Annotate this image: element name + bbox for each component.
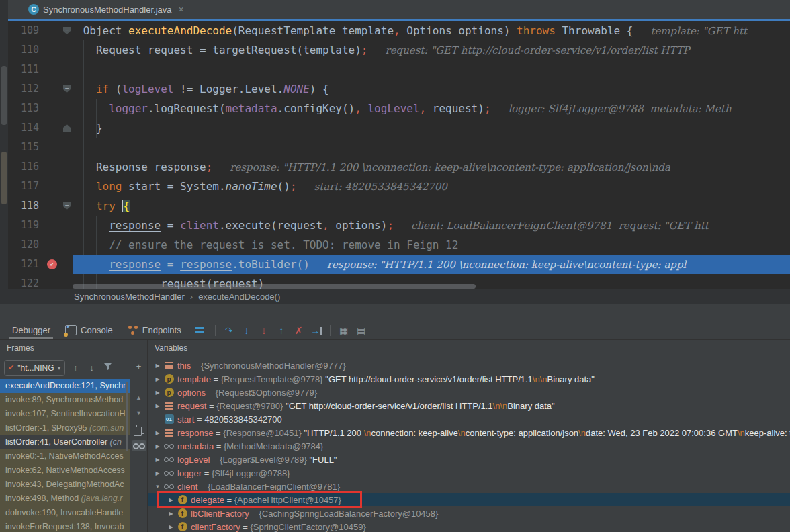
layout-settings-icon[interactable]: ▤ (353, 325, 369, 336)
variable-ref: {Logger$Level@9789} (220, 455, 309, 465)
step-over-icon[interactable]: ↷ (221, 325, 237, 336)
chevron-right-icon[interactable]: ▶ (152, 470, 163, 476)
frame-row[interactable]: invoke:89, SynchronousMethod (0, 393, 130, 407)
code-editor[interactable]: 109−Object executeAndDecode(RequestTempl… (8, 21, 790, 289)
gutter: 112− (8, 79, 73, 99)
next-frame-icon[interactable]: ↓ (87, 363, 97, 373)
file-tab[interactable]: C SynchronousMethodHandler.java × (21, 0, 191, 19)
frames-scrollbar[interactable] (126, 382, 128, 451)
drop-frame-icon[interactable]: ✗ (291, 325, 307, 336)
fold-icon[interactable]: − (63, 85, 71, 93)
chevron-down-icon[interactable]: ▼ (152, 484, 163, 490)
variable-ref: {RequestTemplate@9778} (221, 374, 326, 384)
frame-row[interactable]: listOrder:41, UserController (cn (0, 435, 130, 449)
code-line[interactable]: 121✔response = response.toBuilder()respo… (8, 255, 790, 274)
breadcrumb-method[interactable]: executeAndDecode() (198, 292, 280, 302)
run-to-cursor-icon[interactable]: → (308, 325, 324, 336)
code-line[interactable]: 110Request request = targetRequest(templ… (8, 40, 790, 60)
code-line[interactable]: 115 (8, 138, 790, 157)
frame-row[interactable]: invoke0:-1, NativeMethodAcces (0, 449, 130, 463)
tab-debugger[interactable]: Debugger (5, 321, 57, 339)
variable-row[interactable]: ▶logger = {Slf4jLogger@9788} (148, 466, 790, 480)
code-text: long start = System.nanoTime();start: 48… (73, 177, 790, 196)
frame-row[interactable]: executeAndDecode:121, Synchr (0, 379, 130, 393)
debugger-inline-hint: response: "HTTP/1.1 200 \nconnection: ke… (230, 161, 670, 173)
code-line[interactable]: 119response = client.execute(request, op… (8, 216, 790, 235)
gutter-icons (39, 177, 73, 196)
code-line[interactable]: 117long start = System.nanoTime();start:… (8, 177, 790, 196)
move-up-icon[interactable]: ▲ (132, 392, 146, 403)
gutter-icons (39, 138, 73, 157)
chevron-right-icon[interactable]: ▶ (152, 363, 163, 369)
chevron-right-icon[interactable]: ▶ (152, 376, 163, 382)
gutter: 118− (8, 196, 73, 216)
variable-row[interactable]: ▶fdelegate = {ApacheHttpClient@10457} (148, 493, 790, 506)
filter-icon[interactable] (103, 363, 114, 373)
variable-row[interactable]: ▶request = {Request@9780} "GET http://cl… (148, 399, 790, 412)
force-step-into-icon[interactable]: ↓ (256, 325, 272, 336)
chevron-down-icon: ▾ (58, 364, 61, 371)
variable-row[interactable]: ▶fclientFactory = {SpringClientFactory@1… (148, 520, 790, 532)
add-watch-icon[interactable]: + (132, 361, 146, 372)
variable-row[interactable]: 01start = 4820533845342700 (148, 412, 790, 426)
chevron-right-icon[interactable]: ▶ (165, 524, 177, 530)
fold-icon[interactable]: − (63, 202, 71, 210)
evaluate-grid-icon[interactable]: ▦ (336, 325, 352, 336)
frame-row[interactable]: doInvoke:190, InvocableHandle (0, 506, 130, 520)
watch-icon (163, 454, 175, 465)
prev-frame-icon[interactable]: ↑ (71, 363, 81, 373)
field-icon: f (177, 521, 188, 532)
frame-row[interactable]: invoke:43, DelegatingMethodAc (0, 478, 130, 492)
code-line[interactable]: 111 (8, 60, 790, 79)
chevron-right-icon[interactable]: ▶ (152, 430, 163, 436)
frame-row[interactable]: invokeForRequest:138, Invocab (0, 520, 130, 532)
variable-row[interactable]: ▶logLevel = {Logger$Level@9789} "FULL" (148, 453, 790, 466)
remove-watch-icon[interactable]: − (132, 377, 146, 388)
line-number: 111 (8, 60, 39, 79)
line-number: 119 (8, 216, 39, 235)
code-line[interactable]: 116Response response;response: "HTTP/1.1… (8, 157, 790, 177)
fold-icon[interactable]: − (63, 27, 71, 34)
close-icon[interactable]: × (179, 4, 184, 15)
variable-row[interactable]: ▶poptions = {Request$Options@9779} (148, 386, 790, 399)
horizontal-scrollbar[interactable] (73, 284, 476, 289)
breakpoint-icon[interactable]: ✔ (47, 259, 57, 269)
tab-console[interactable]: Console (58, 321, 120, 339)
chevron-right-icon[interactable]: ▶ (152, 390, 163, 396)
code-line[interactable]: 113logger.logRequest(metadata.configKey(… (8, 99, 790, 118)
fold-icon[interactable] (63, 124, 71, 132)
chevron-right-icon[interactable]: ▶ (152, 443, 163, 449)
code-line[interactable]: 112−if (logLevel != Logger.Level.NONE) { (8, 79, 790, 99)
code-line[interactable]: 114} (8, 118, 790, 138)
chevron-right-icon[interactable]: ▶ (152, 403, 163, 409)
line-number: 121 (8, 255, 39, 274)
code-line[interactable]: 109−Object executeAndDecode(RequestTempl… (8, 21, 790, 40)
variable-ref: {CachingSpringLoadBalancerFactory@10458} (259, 508, 439, 519)
frame-row[interactable]: invoke:498, Method (java.lang.r (0, 492, 130, 506)
line-number: 109 (8, 21, 39, 40)
step-out-icon[interactable]: ↑ (273, 325, 290, 336)
frame-row[interactable]: listOrder:-1, $Proxy95 (com.sun (0, 421, 130, 435)
threads-view-icon[interactable] (195, 327, 204, 334)
frames-list: executeAndDecode:121, Synchrinvoke:89, S… (0, 379, 130, 532)
frame-row[interactable]: invoke:107, SentinelInvocationH (0, 407, 130, 421)
code-line[interactable]: 118−try { (8, 196, 790, 216)
copy-icon[interactable] (136, 425, 144, 434)
tab-endpoints[interactable]: Endpoints (121, 321, 188, 339)
code-line[interactable]: 120// ensure the request is set. TODO: r… (8, 235, 790, 255)
variable-row[interactable]: ▶response = {Response@10451} "HTTP/1.1 2… (148, 426, 790, 439)
variable-row[interactable]: ▶ptemplate = {RequestTemplate@9778} "GET… (148, 372, 790, 386)
thread-selector[interactable]: ✔ "ht...NING ▾ (4, 360, 65, 376)
step-into-icon[interactable]: ↓ (238, 325, 255, 336)
variable-ref: {Request@9780} (216, 401, 286, 411)
frames-toolbar: ✔ "ht...NING ▾ ↑ ↓ (0, 357, 130, 379)
variable-row[interactable]: ▶flbClientFactory = {CachingSpringLoadBa… (148, 506, 790, 520)
chevron-right-icon[interactable]: ▶ (165, 511, 177, 517)
show-watches-icon[interactable] (132, 440, 146, 451)
move-down-icon[interactable]: ▼ (132, 408, 146, 418)
variable-row[interactable]: ▶metadata = {MethodMetadata@9784} (148, 439, 790, 453)
variable-row[interactable]: ▶this = {SynchronousMethodHandler@9777} (148, 359, 790, 372)
frame-row[interactable]: invoke:62, NativeMethodAccess (0, 463, 130, 478)
breadcrumb-class[interactable]: SynchronousMethodHandler (74, 292, 185, 302)
chevron-right-icon[interactable]: ▶ (152, 457, 163, 463)
